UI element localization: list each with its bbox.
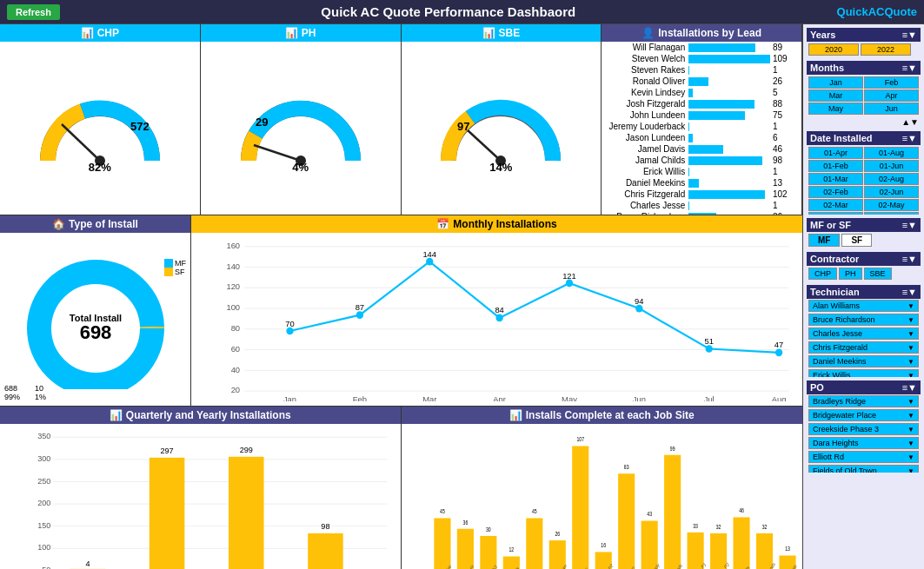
po-bradleys[interactable]: Bradleys Ridge▼ [808, 395, 919, 407]
svg-text:45: 45 [531, 507, 536, 514]
svg-text:50: 50 [42, 566, 50, 569]
month-jun[interactable]: Jun [864, 103, 919, 115]
tech-erick[interactable]: Erick Willis▼ [808, 369, 919, 377]
type-header: 🏠 Type of Install [0, 215, 190, 233]
jobsite-chart-area: 45 Bradleys Ridge 36 Bridgewater Pl 30 C… [402, 424, 803, 569]
svg-point-29 [286, 328, 293, 335]
month-mar[interactable]: Mar [808, 89, 863, 102]
date-02aug[interactable]: 02-Aug [864, 173, 919, 185]
po-list[interactable]: Bradleys Ridge▼ Bridgewater Place▼ Creek… [807, 394, 921, 473]
ph-gauge-svg: 29 [231, 83, 370, 169]
tech-charles[interactable]: Charles Jesse▼ [808, 328, 919, 340]
svg-text:84: 84 [495, 305, 504, 314]
svg-text:60: 60 [231, 344, 240, 354]
tech-daniel[interactable]: Daniel Meekins▼ [808, 355, 919, 367]
date-02may[interactable]: 02-May [864, 199, 919, 211]
svg-point-36 [775, 349, 782, 357]
month-feb[interactable]: Feb [864, 76, 919, 89]
svg-text:36: 36 [462, 519, 468, 526]
svg-point-34 [635, 305, 642, 313]
date-01aug[interactable]: 01-Aug [864, 147, 919, 159]
quarterly-chart-svg: 350 300 250 200 150 100 50 [26, 428, 396, 569]
svg-text:29: 29 [256, 116, 268, 129]
months-grid: Jan Feb Mar Apr May Jun [807, 75, 921, 116]
date-02mar[interactable]: 02-Mar [808, 199, 863, 211]
po-label: PO [810, 382, 824, 393]
tech-bruce[interactable]: Bruce Richardson▼ [808, 314, 919, 326]
months-title: Months ≡▼ [807, 61, 921, 75]
month-apr[interactable]: Apr [864, 89, 919, 102]
svg-point-30 [356, 311, 363, 319]
month-jan[interactable]: Jan [808, 76, 863, 89]
installs-header: 👤 Installations by Lead [602, 24, 801, 42]
date-title: Date Installed ≡▼ [807, 131, 921, 145]
ph-label: PH [302, 27, 316, 39]
contractor-chp[interactable]: CHP [808, 268, 837, 280]
sbe-label: SBE [499, 27, 521, 39]
date-03aug[interactable]: 03-Aug [808, 212, 863, 215]
svg-line-0 [62, 124, 100, 161]
refresh-button[interactable]: Refresh [7, 4, 60, 20]
month-may[interactable]: May [808, 103, 863, 115]
svg-text:144: 144 [422, 249, 436, 259]
svg-text:698: 698 [79, 321, 111, 343]
type-label: Type of Install [69, 218, 138, 230]
years-title: Years ≡▼ [807, 28, 921, 42]
svg-text:Mar: Mar [422, 394, 437, 401]
date-03mar[interactable]: 03-Mar [864, 212, 919, 215]
installs-list[interactable]: Will Flanagan 89 Steven Welch 109 Steven… [602, 42, 801, 215]
svg-point-32 [495, 314, 502, 322]
table-row: Bryce Richardson 36 [602, 211, 801, 215]
contractor-ph[interactable]: PH [839, 268, 862, 280]
po-section: PO ≡▼ Bradleys Ridge▼ Bridgewater Place▼… [807, 380, 921, 473]
svg-rect-75 [229, 457, 264, 569]
po-bridgewater[interactable]: Bridgewater Place▼ [808, 409, 919, 421]
scroll-up-icon[interactable]: ▲ [901, 117, 910, 127]
table-row: Jason Lundeen 6 [602, 132, 801, 143]
svg-text:Feb: Feb [353, 394, 367, 401]
sf-count: 10 [35, 384, 46, 393]
svg-text:Apr: Apr [493, 394, 506, 401]
year-end-input[interactable] [861, 43, 911, 56]
po-fields[interactable]: Fields of Old Town▼ [808, 465, 919, 473]
main-layout: 📊 CHP [0, 24, 924, 569]
date-01jun[interactable]: 01-Jun [864, 160, 919, 172]
svg-text:200: 200 [37, 499, 50, 507]
sbe-panel: 📊 SBE 97 14% [402, 24, 602, 215]
year-start-input[interactable] [808, 43, 859, 56]
svg-text:46: 46 [739, 506, 744, 513]
years-row[interactable] [807, 42, 921, 57]
svg-text:26: 26 [555, 530, 560, 537]
tech-alan[interactable]: Alan Williams▼ [808, 300, 919, 312]
table-row: Steven Rakes 1 [602, 64, 801, 76]
scroll-down-icon[interactable]: ▼ [910, 117, 919, 127]
mf-button[interactable]: MF [808, 234, 840, 247]
sf-button[interactable]: SF [841, 234, 872, 247]
sbe-gauge-svg: 97 [431, 83, 570, 169]
table-row: Jamel Davis 46 [602, 143, 801, 155]
date-01mar[interactable]: 01-Mar [808, 173, 863, 185]
svg-text:51: 51 [704, 336, 713, 346]
contractor-sbe[interactable]: SBE [864, 268, 892, 280]
chevron-icon: ▼ [907, 440, 914, 447]
bot-row: 📊 Quarterly and Yearly Installations 350… [0, 407, 802, 569]
po-creekside[interactable]: Creekside Phase 3▼ [808, 423, 919, 435]
date-02feb[interactable]: 02-Feb [808, 186, 863, 198]
date-01apr[interactable]: 01-Apr [808, 147, 863, 159]
chevron-icon: ▼ [907, 453, 914, 461]
po-elliott[interactable]: Elliott Rd▼ [808, 451, 919, 463]
date-01feb[interactable]: 01-Feb [808, 160, 863, 172]
monthly-chart-area: 160 140 120 100 80 60 40 20 [191, 233, 802, 406]
ph-panel: 📊 PH 29 4% [201, 24, 402, 215]
po-dara[interactable]: Dara Heights▼ [808, 437, 919, 449]
svg-rect-79 [308, 533, 343, 569]
months-filter-icon: ≡▼ [902, 63, 917, 73]
svg-text:Aug: Aug [772, 394, 787, 401]
logo: QuickACQuote [837, 5, 917, 18]
tech-chris[interactable]: Chris Fitzgerald▼ [808, 341, 919, 354]
ph-pct: 4% [292, 161, 309, 174]
technician-list[interactable]: Alan Williams▼ Bruce Richardson▼ Charles… [807, 299, 921, 377]
date-02jun[interactable]: 02-Jun [864, 186, 919, 198]
installs-icon: 👤 [641, 27, 655, 39]
sbe-header: 📊 SBE [402, 24, 602, 42]
